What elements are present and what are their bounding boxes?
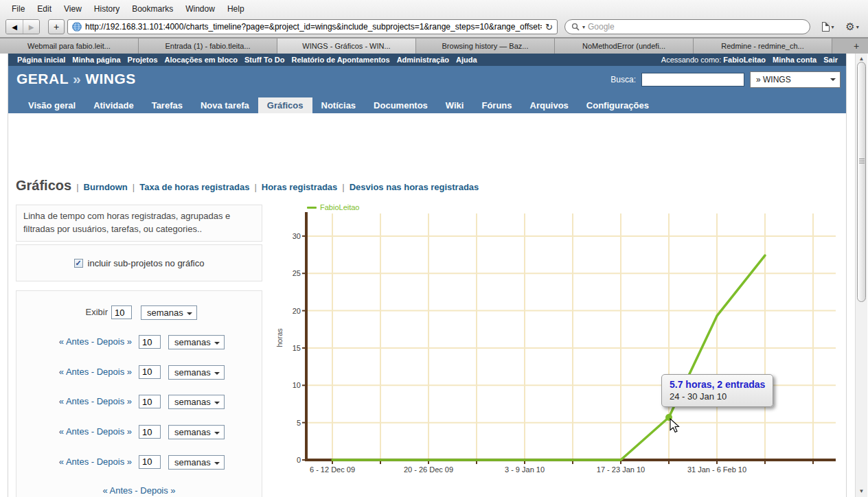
menu-item[interactable]: Help <box>221 4 251 14</box>
page-menu-button[interactable]: ▾ <box>819 19 838 34</box>
new-tab-button[interactable]: + <box>845 38 868 54</box>
url-input[interactable] <box>85 22 542 32</box>
page-scrollbar[interactable]: ▲ ▼ <box>855 54 867 497</box>
chart-type-link[interactable]: Horas registradas <box>262 182 338 192</box>
top-menu-item[interactable]: Ajuda <box>453 56 481 64</box>
top-menu-item[interactable]: Alocações em bloco <box>161 56 241 64</box>
top-menu-item[interactable]: Stuff To Do <box>241 56 288 64</box>
project-tab[interactable]: Visão geral <box>19 97 84 113</box>
svg-text:15: 15 <box>293 344 301 352</box>
browser-tab[interactable]: Browsing history — Baz... <box>416 38 555 54</box>
project-tab[interactable]: Gráficos <box>258 97 312 113</box>
settings-menu-button[interactable]: ⚙ ▾ <box>842 19 863 34</box>
before-after-link[interactable]: « Antes - Depois » <box>16 456 132 467</box>
sign-out-link[interactable]: Sair <box>823 56 838 64</box>
browser-search-input[interactable] <box>588 22 803 32</box>
timeline-chart[interactable]: FabioLeitao horas 0510152025306 - 12 Dec… <box>275 203 846 482</box>
project-tab[interactable]: Documentos <box>365 97 437 113</box>
forward-button[interactable]: ▶ <box>23 20 39 34</box>
menu-item[interactable]: Window <box>179 4 221 14</box>
display-count-input[interactable] <box>111 305 132 319</box>
include-subprojects-checkbox[interactable]: ✓ <box>74 259 83 268</box>
link-separator: | <box>133 182 135 192</box>
menu-item[interactable]: Bookmarks <box>126 4 179 14</box>
top-menu-item[interactable]: Página inicial <box>14 56 69 64</box>
svg-text:5: 5 <box>297 419 301 427</box>
range-form: Exibir semanas « Antes - Depois » semana… <box>16 290 262 497</box>
scroll-down-icon[interactable]: ▼ <box>856 488 867 494</box>
chart-type-link[interactable]: Desvios nas horas registradas <box>350 182 479 192</box>
menu-item[interactable]: View <box>58 4 88 14</box>
breadcrumb: GERAL»WINGS <box>16 71 136 87</box>
menu-item[interactable]: History <box>88 4 126 14</box>
range-unit-select[interactable]: semanas <box>168 335 225 349</box>
pager-link[interactable]: « Antes - Depois » <box>16 485 262 496</box>
display-unit-select[interactable]: semanas <box>141 305 197 320</box>
chart-plot[interactable]: 0510152025306 - 12 Dec 0920 - 26 Dec 093… <box>275 203 846 482</box>
project-tab[interactable]: Atividade <box>84 97 143 113</box>
gear-icon: ⚙ <box>845 21 854 33</box>
mouse-cursor-icon <box>670 418 681 433</box>
browser-tab[interactable]: WINGS - Gráficos - WIN... <box>277 38 416 54</box>
chart-type-link[interactable]: Taxa de horas registradas <box>139 182 249 192</box>
svg-text:20: 20 <box>293 307 301 315</box>
range-unit-select[interactable]: semanas <box>168 365 225 380</box>
svg-text:10: 10 <box>293 381 301 389</box>
project-tab[interactable]: Tarefas <box>143 97 192 113</box>
before-after-link[interactable]: « Antes - Depois » <box>16 396 132 406</box>
browser-tab[interactable]: NoMethodError (undefi... <box>555 38 694 54</box>
page-title: Gráficos <box>16 178 71 194</box>
browser-tab[interactable]: Redmine - redmine_ch... <box>694 38 832 54</box>
chart-type-link[interactable]: Burndown <box>84 182 128 192</box>
project-tab[interactable]: Arquivos <box>521 97 578 113</box>
range-unit-select[interactable]: semanas <box>168 425 225 439</box>
top-menu-item[interactable]: Relatório de Apontamentos <box>288 56 393 64</box>
browser-tab[interactable]: Entrada (1) - fabio.tleita... <box>139 38 277 54</box>
my-account-link[interactable]: Minha conta <box>773 56 816 64</box>
top-menu-item[interactable]: Minha página <box>69 56 124 64</box>
current-project: WINGS <box>85 71 136 86</box>
menu-item[interactable]: Edit <box>31 4 58 14</box>
range-unit-select[interactable]: semanas <box>168 395 225 409</box>
reload-icon[interactable]: ↻ <box>545 22 553 32</box>
browser-search[interactable]: ▾ <box>564 19 810 34</box>
range-count-input[interactable] <box>139 395 161 408</box>
range-count-input[interactable] <box>139 365 161 379</box>
project-tab[interactable]: Wiki <box>437 97 473 113</box>
parent-project[interactable]: GERAL <box>16 71 69 86</box>
project-jump-select[interactable]: » WINGS <box>750 71 841 88</box>
tooltip-date: 24 - 30 Jan 10 <box>670 391 765 402</box>
project-tab[interactable]: Notícias <box>312 97 365 113</box>
range-unit-select[interactable]: semanas <box>168 455 225 470</box>
before-after-link[interactable]: « Antes - Depois » <box>16 336 132 347</box>
redmine-page: Página inicialMinha páginaProjetosAlocaç… <box>8 54 847 497</box>
search-engine-caret-icon[interactable]: ▾ <box>582 24 585 30</box>
add-bookmark-button[interactable]: + <box>48 19 65 34</box>
browser-menubar: FileEditViewHistoryBookmarksWindowHelp <box>0 0 868 18</box>
svg-text:31 Jan - 6 Feb 10: 31 Jan - 6 Feb 10 <box>687 465 746 474</box>
menu-item[interactable]: File <box>5 4 31 14</box>
browser-toolbar: ◀ ▶ + ↻ ▾ ▾ ⚙ <box>0 18 868 38</box>
svg-text:20 - 26 Dec 09: 20 - 26 Dec 09 <box>404 465 453 474</box>
project-tab[interactable]: Fóruns <box>472 97 521 113</box>
range-count-input[interactable] <box>139 455 161 469</box>
include-subprojects-label: incluir sub-projetos no gráfico <box>88 258 205 268</box>
scroll-up-icon[interactable]: ▲ <box>856 56 867 62</box>
address-bar[interactable]: ↻ <box>67 19 558 34</box>
range-count-input[interactable] <box>139 335 161 349</box>
caret-down-icon: ▾ <box>856 24 859 30</box>
browser-tab[interactable]: Webmail para fabio.leit... <box>0 38 139 54</box>
project-tab[interactable]: Nova tarefa <box>192 97 258 113</box>
top-menu-item[interactable]: Projetos <box>124 56 161 64</box>
before-after-link[interactable]: « Antes - Depois » <box>16 426 132 437</box>
svg-text:30: 30 <box>293 232 301 240</box>
project-tab[interactable]: Configurações <box>578 97 658 113</box>
accessing-as-label: Acessando como: <box>661 56 721 64</box>
scrollbar-thumb[interactable] <box>857 62 866 302</box>
project-search-input[interactable] <box>641 73 744 86</box>
before-after-link[interactable]: « Antes - Depois » <box>16 367 132 377</box>
legend-series-name: FabioLeitao <box>320 203 360 211</box>
top-menu-item[interactable]: Administração <box>393 56 453 64</box>
back-button[interactable]: ◀ <box>6 20 23 34</box>
range-count-input[interactable] <box>139 425 161 439</box>
